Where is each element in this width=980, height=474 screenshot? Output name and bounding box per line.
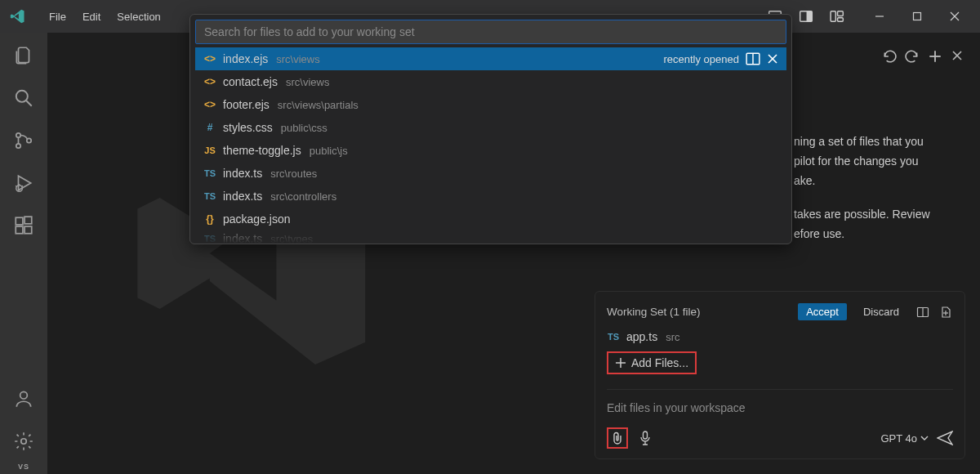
svg-rect-4: [838, 11, 844, 16]
quick-open-item[interactable]: TS index.ts src\types: [195, 230, 786, 244]
svg-line-11: [26, 101, 32, 106]
attach-context-button[interactable]: [607, 427, 628, 449]
quick-open-item[interactable]: {} package.json: [195, 208, 786, 230]
svg-rect-20: [16, 226, 23, 234]
recently-opened-hint: recently opened: [663, 53, 739, 65]
explorer-icon[interactable]: [12, 44, 35, 67]
quick-open-item[interactable]: TS index.ts src\routes: [195, 162, 786, 185]
svg-point-10: [16, 91, 28, 102]
svg-rect-21: [24, 226, 32, 234]
svg-point-24: [21, 439, 27, 445]
account-icon[interactable]: [12, 387, 35, 410]
svg-rect-22: [24, 217, 32, 224]
svg-point-13: [16, 144, 20, 148]
quick-open-item[interactable]: <> footer.ejs src\views\partials: [195, 93, 786, 116]
chevron-down-icon: [920, 434, 929, 442]
model-picker[interactable]: GPT 4o: [880, 432, 929, 445]
plus-icon: [615, 357, 626, 369]
vscode-logo-icon: [10, 8, 26, 25]
json-icon: {}: [203, 212, 216, 226]
new-session-icon[interactable]: [928, 49, 942, 64]
discard-button[interactable]: Discard: [855, 303, 907, 320]
activity-bar: VS: [0, 33, 47, 474]
ejs-icon: <>: [203, 75, 216, 88]
layout-customize-icon[interactable]: [823, 5, 851, 28]
svg-point-12: [16, 133, 20, 137]
quick-open-item[interactable]: <> index.ejs src\views recently opened: [195, 47, 786, 70]
svg-rect-7: [914, 13, 921, 20]
run-debug-icon[interactable]: [12, 172, 35, 195]
settings-gear-icon[interactable]: [12, 430, 35, 453]
ts-icon: TS: [203, 190, 216, 203]
svg-rect-39: [644, 432, 648, 439]
svg-line-18: [22, 186, 23, 186]
remove-item-icon[interactable]: [767, 53, 778, 65]
quick-open-item[interactable]: # styles.css public\css: [195, 116, 786, 139]
svg-point-23: [20, 391, 28, 399]
svg-rect-2: [807, 11, 813, 21]
quick-open-item[interactable]: JS theme-toggle.js public\js: [195, 139, 786, 162]
accept-button[interactable]: Accept: [798, 303, 847, 320]
svg-rect-19: [16, 217, 23, 225]
voice-input-button[interactable]: [636, 429, 654, 447]
working-set-card: Working Set (1 file) Accept Discard TS a…: [595, 291, 965, 459]
search-icon[interactable]: [12, 87, 35, 110]
svg-point-14: [27, 138, 31, 142]
window-minimize[interactable]: [861, 0, 898, 33]
send-button[interactable]: [937, 431, 953, 445]
redo-icon[interactable]: [905, 49, 920, 64]
ts-icon: TS: [203, 167, 216, 180]
ejs-icon: <>: [203, 52, 216, 65]
extensions-icon[interactable]: [12, 214, 35, 237]
menu-bar: File Edit Selection: [41, 6, 169, 28]
send-icon: [937, 431, 953, 445]
working-set-file[interactable]: TS app.ts src: [607, 330, 953, 343]
quick-open-list: <> index.ejs src\views recently opened <…: [195, 47, 786, 244]
svg-rect-3: [831, 11, 835, 21]
new-file-icon[interactable]: [938, 305, 953, 320]
css-icon: #: [203, 121, 216, 134]
source-control-icon[interactable]: [12, 129, 35, 152]
window-close[interactable]: [936, 0, 973, 33]
layout-split-icon[interactable]: [792, 5, 820, 28]
paperclip-icon: [612, 432, 623, 445]
vs-badge: VS: [18, 463, 29, 471]
close-panel-icon[interactable]: [951, 49, 964, 64]
window-maximize[interactable]: [898, 0, 936, 33]
undo-icon[interactable]: [882, 49, 897, 64]
add-files-button[interactable]: Add Files...: [607, 351, 697, 374]
titlebar-right: [761, 0, 973, 33]
diff-view-icon[interactable]: [915, 305, 930, 320]
microphone-icon: [639, 431, 651, 445]
ts-icon: TS: [203, 232, 216, 244]
quick-open-item[interactable]: TS index.ts src\controllers: [195, 185, 786, 208]
svg-rect-5: [838, 18, 844, 22]
ts-icon: TS: [607, 330, 620, 343]
window-controls: [861, 0, 973, 33]
menu-selection[interactable]: Selection: [109, 6, 168, 28]
menu-edit[interactable]: Edit: [74, 6, 109, 28]
quick-open: <> index.ejs src\views recently opened <…: [189, 14, 792, 244]
working-set-title: Working Set (1 file): [607, 306, 790, 318]
svg-line-17: [16, 186, 16, 186]
quick-open-input[interactable]: [195, 20, 786, 44]
menu-file[interactable]: File: [41, 6, 74, 28]
split-editor-icon[interactable]: [746, 52, 760, 65]
js-icon: JS: [203, 144, 216, 157]
ejs-icon: <>: [203, 98, 216, 111]
quick-open-item[interactable]: <> contact.ejs src\views: [195, 70, 786, 93]
chat-input[interactable]: Edit files in your workspace: [607, 400, 953, 427]
